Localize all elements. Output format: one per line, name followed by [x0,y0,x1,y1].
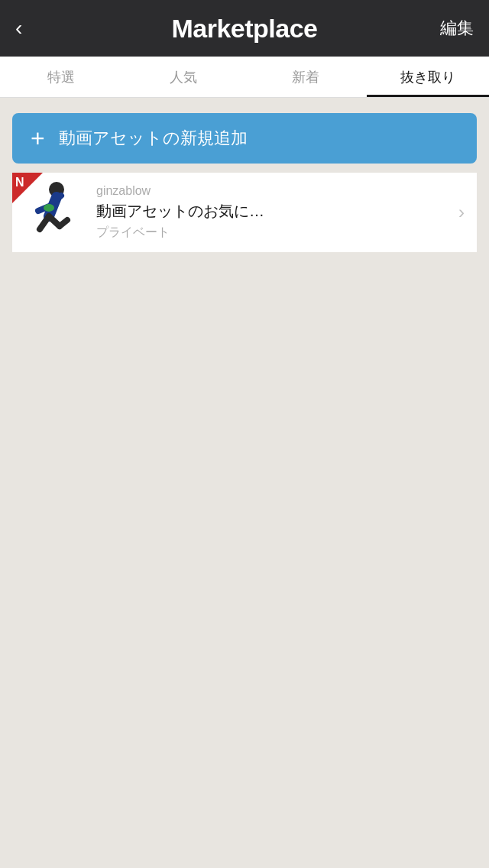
add-asset-button[interactable]: + 動画アセットの新規追加 [12,113,477,164]
page-title: Marketplace [171,14,317,44]
tab-featured[interactable]: 特選 [0,57,122,97]
plus-icon: + [31,125,45,153]
item-info: ginzablow 動画アセットのお気に… プライベート [96,184,452,241]
tab-popular[interactable]: 人気 [122,57,244,97]
header: ‹ Marketplace 編集 [0,0,489,57]
add-asset-label: 動画アセットの新規追加 [59,127,248,150]
list-item[interactable]: N ginzablow [12,173,477,252]
svg-point-7 [44,204,54,212]
chevron-right-icon: › [458,202,465,223]
back-button[interactable]: ‹ [15,16,49,40]
edit-button[interactable]: 編集 [440,17,474,40]
item-author: ginzablow [96,184,452,198]
content-area: + 動画アセットの新規追加 N [0,98,489,267]
tab-bar: 特選 人気 新着 抜き取り [0,57,489,98]
item-visibility: プライベート [96,225,452,241]
svg-line-6 [60,220,67,226]
tab-new[interactable]: 新着 [244,57,367,97]
item-title: 動画アセットのお気に… [96,201,452,222]
new-badge-letter: N [15,176,24,189]
tab-extract[interactable]: 抜き取り [367,57,489,97]
